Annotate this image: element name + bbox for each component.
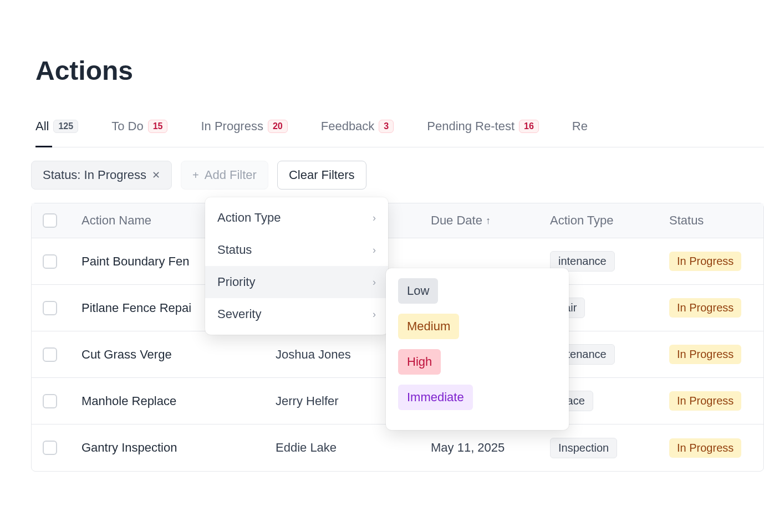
dropdown-item-severity[interactable]: Severity ›: [205, 298, 388, 330]
dropdown-item-priority[interactable]: Priority ›: [205, 266, 388, 298]
tab-truncated[interactable]: Re: [572, 119, 588, 147]
page-title: Actions: [35, 55, 764, 86]
filter-chip-status[interactable]: Status: In Progress ✕: [31, 161, 172, 190]
sort-ascending-icon: ↑: [486, 215, 491, 227]
add-filter-label: Add Filter: [205, 168, 257, 182]
tab-label: Feedback: [321, 119, 375, 134]
cell-status: In Progress: [658, 298, 758, 318]
cell-name: Manhole Replace: [70, 394, 264, 408]
chevron-right-icon: ›: [373, 244, 376, 256]
tab-label: Re: [572, 119, 588, 134]
dropdown-item-label: Status: [217, 243, 252, 257]
header-checkbox-col: [32, 213, 70, 228]
tab-feedback[interactable]: Feedback 3: [321, 119, 394, 147]
table-header: Action Name Assignee Due Date ↑ Action T…: [32, 203, 763, 238]
cell-type: Inspection: [539, 438, 658, 458]
clear-filters-button[interactable]: Clear Filters: [277, 161, 366, 190]
close-icon[interactable]: ✕: [152, 169, 160, 181]
tab-count: 3: [379, 120, 394, 133]
tabs: All 125 To Do 15 In Progress 20 Feedback…: [35, 119, 764, 147]
row-checkbox[interactable]: [43, 301, 57, 315]
dropdown-item-action-type[interactable]: Action Type ›: [205, 202, 388, 234]
select-all-checkbox[interactable]: [43, 213, 57, 228]
tab-in-progress[interactable]: In Progress 20: [201, 119, 287, 147]
header-action-type[interactable]: Action Type: [539, 213, 658, 228]
cell-status: In Progress: [658, 252, 758, 271]
filter-dropdown: Action Type › Status › Priority › Severi…: [205, 197, 388, 335]
filter-bar: Status: In Progress ✕ + Add Filter Clear…: [31, 147, 764, 203]
cell-status: In Progress: [658, 438, 758, 458]
cell-assignee: Eddie Lake: [264, 441, 420, 455]
table-row[interactable]: Gantry Inspection Eddie Lake May 11, 202…: [32, 424, 763, 471]
tab-count: 16: [519, 120, 539, 133]
cell-status: In Progress: [658, 391, 758, 411]
tab-label: Pending Re-test: [427, 119, 515, 134]
row-checkbox[interactable]: [43, 254, 57, 269]
status-badge: In Progress: [669, 252, 741, 271]
dropdown-item-label: Priority: [217, 275, 255, 289]
priority-option-medium[interactable]: Medium: [398, 314, 459, 339]
chevron-right-icon: ›: [373, 212, 376, 224]
dropdown-item-status[interactable]: Status ›: [205, 234, 388, 266]
row-checkbox[interactable]: [43, 347, 57, 362]
priority-option-immediate[interactable]: Immediate: [398, 385, 473, 410]
plus-icon: +: [192, 169, 199, 182]
clear-filters-label: Clear Filters: [289, 168, 355, 182]
tab-pending-retest[interactable]: Pending Re-test 16: [427, 119, 539, 147]
tab-to-do[interactable]: To Do 15: [111, 119, 167, 147]
cell-due: May 11, 2025: [420, 441, 539, 455]
dropdown-item-label: Action Type: [217, 211, 281, 225]
add-filter-button[interactable]: + Add Filter: [181, 161, 268, 190]
chevron-right-icon: ›: [373, 309, 376, 320]
cell-status: In Progress: [658, 345, 758, 364]
status-badge: In Progress: [669, 345, 741, 364]
chevron-right-icon: ›: [373, 277, 376, 288]
filter-chip-label: Status: In Progress: [43, 168, 146, 182]
row-checkbox[interactable]: [43, 441, 57, 455]
dropdown-item-label: Severity: [217, 307, 261, 321]
status-badge: In Progress: [669, 438, 741, 458]
tab-label: To Do: [111, 119, 143, 134]
header-due-date[interactable]: Due Date ↑: [420, 213, 539, 228]
header-status[interactable]: Status: [658, 213, 758, 228]
status-badge: In Progress: [669, 391, 741, 411]
tab-all[interactable]: All 125: [35, 119, 78, 147]
type-pill: Inspection: [550, 438, 617, 458]
tab-count: 15: [148, 120, 168, 133]
priority-submenu: Low Medium High Immediate: [386, 268, 569, 430]
priority-option-low[interactable]: Low: [398, 278, 438, 304]
priority-option-high[interactable]: High: [398, 349, 441, 375]
cell-name: Gantry Inspection: [70, 441, 264, 455]
status-badge: In Progress: [669, 298, 741, 318]
tab-label: In Progress: [201, 119, 263, 134]
tab-count: 125: [53, 120, 78, 133]
cell-name: Cut Grass Verge: [70, 347, 264, 362]
header-due-label: Due Date: [431, 213, 482, 228]
row-checkbox[interactable]: [43, 394, 57, 408]
tab-count: 20: [268, 120, 288, 133]
tab-label: All: [35, 119, 49, 134]
